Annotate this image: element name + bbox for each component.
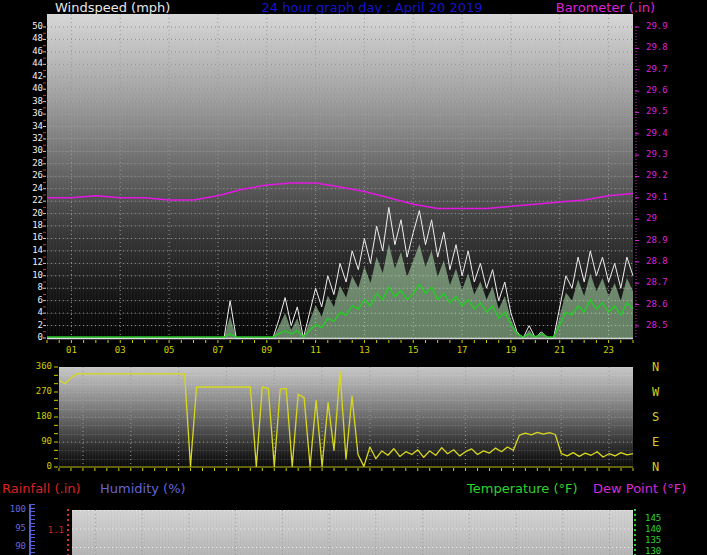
wind-direction-chart-svg	[59, 367, 633, 467]
page-title: 24 hour graph day : April 20 2019	[262, 1, 483, 14]
axis-tick-label: 29.4	[646, 129, 676, 138]
axis-tick-label: N	[652, 461, 659, 473]
axis-tick-label: 29.2	[646, 171, 676, 180]
axis-tick-label: 15	[408, 346, 419, 355]
axis-tick-label: 270	[22, 387, 52, 396]
axis-tick-label: 03	[115, 346, 126, 355]
axis-tick-label: 0	[13, 333, 43, 342]
axis-tick-label: 28.6	[646, 300, 676, 309]
axis-tick-label: 28.7	[646, 278, 676, 287]
axis-tick-label: 90	[0, 542, 26, 551]
wind-direction-chart	[59, 367, 633, 467]
axis-tick-label: 32	[13, 134, 43, 143]
axis-tick-label: 29.8	[646, 43, 676, 52]
axis-tick-label: 13	[359, 346, 370, 355]
axis-tick-label: 22	[13, 196, 43, 205]
axis-tick-label: 07	[212, 346, 223, 355]
axis-tick-label: 28	[13, 159, 43, 168]
axis-tick-label: 100	[0, 505, 26, 514]
rain-humidity-temp-chart-svg	[72, 510, 633, 555]
axis-tick-label: 145	[645, 514, 675, 523]
axis-tick-label: 1.1	[34, 526, 64, 535]
barometer-header-label: Barometer (.in)	[556, 1, 655, 14]
axis-tick-label: 12	[13, 258, 43, 267]
axis-tick-label: 180	[22, 412, 52, 421]
humidity-section-label: Humidity (%)	[100, 482, 186, 495]
chart-series-path	[59, 371, 633, 466]
axis-tick-label: 11	[310, 346, 321, 355]
axis-tick-label: 29.3	[646, 150, 676, 159]
axis-tick-label: 29.6	[646, 86, 676, 95]
axis-tick-label: 0	[22, 462, 52, 471]
axis-tick-label: 19	[505, 346, 516, 355]
axis-tick-label: 30	[13, 146, 43, 155]
axis-tick-label: 48	[13, 34, 43, 43]
temperature-section-label: Temperature (°F)	[467, 482, 578, 495]
axis-tick-label: 46	[13, 47, 43, 56]
axis-tick-label: 05	[164, 346, 175, 355]
axis-tick-label: E	[652, 436, 659, 448]
axis-tick-label: 20	[13, 209, 43, 218]
axis-tick-label: 26	[13, 171, 43, 180]
axis-tick-label: 140	[645, 525, 675, 534]
axis-tick-label: 21	[554, 346, 565, 355]
dewpoint-section-label: Dew Point (°F)	[593, 482, 686, 495]
axis-tick-label: 29.1	[646, 193, 676, 202]
chart-series-path	[47, 244, 633, 338]
axis-tick-label: W	[652, 386, 659, 398]
axis-tick-label: 44	[13, 59, 43, 68]
axis-tick-label: 360	[22, 362, 52, 371]
axis-tick-label: 17	[457, 346, 468, 355]
axis-tick-label: 29.7	[646, 65, 676, 74]
weather-graph-page: Windspeed (mph) 24 hour graph day : Apri…	[0, 0, 707, 555]
temperature-axis-ruler	[634, 509, 636, 555]
axis-tick-label: 4	[13, 308, 43, 317]
axis-tick-label: 29.5	[646, 107, 676, 116]
axis-tick-label: 09	[261, 346, 272, 355]
axis-tick-label: 24	[13, 184, 43, 193]
axis-tick-label: 36	[13, 109, 43, 118]
axis-tick-label: 18	[13, 221, 43, 230]
axis-tick-label: 29.9	[646, 22, 676, 31]
axis-tick-label: 50	[13, 22, 43, 31]
rainfall-axis-ruler	[67, 509, 69, 555]
rainfall-section-label: Rainfall (.in)	[2, 482, 81, 495]
axis-tick-label: 23	[603, 346, 614, 355]
windspeed-barometer-chart	[47, 14, 633, 339]
windspeed-header-label: Windspeed (mph)	[55, 1, 170, 14]
axis-tick-label: 6	[13, 296, 43, 305]
axis-tick-label: 135	[645, 536, 675, 545]
axis-tick-label: 28.8	[646, 257, 676, 266]
axis-tick-label: 90	[22, 437, 52, 446]
axis-tick-label: S	[652, 411, 659, 423]
axis-tick-label: 38	[13, 97, 43, 106]
axis-tick-label: 34	[13, 122, 43, 131]
axis-tick-label: 8	[13, 283, 43, 292]
axis-tick-label: 130	[645, 547, 675, 555]
axis-tick-label: 2	[13, 321, 43, 330]
axis-tick-label: 40	[13, 84, 43, 93]
rain-humidity-temp-chart	[72, 510, 633, 555]
axis-tick-label: 95	[0, 524, 26, 533]
axis-tick-label: 28.9	[646, 236, 676, 245]
axis-tick-label: 28.5	[646, 321, 676, 330]
chart-series-path	[47, 183, 633, 209]
axis-tick-label: 16	[13, 233, 43, 242]
axis-tick-label: 42	[13, 72, 43, 81]
windspeed-chart-svg	[47, 14, 633, 339]
axis-tick-label: 14	[13, 246, 43, 255]
axis-tick-label: 01	[66, 346, 77, 355]
axis-tick-label: 29	[646, 214, 676, 223]
axis-tick-label: 10	[13, 271, 43, 280]
axis-tick-label: N	[652, 361, 659, 373]
